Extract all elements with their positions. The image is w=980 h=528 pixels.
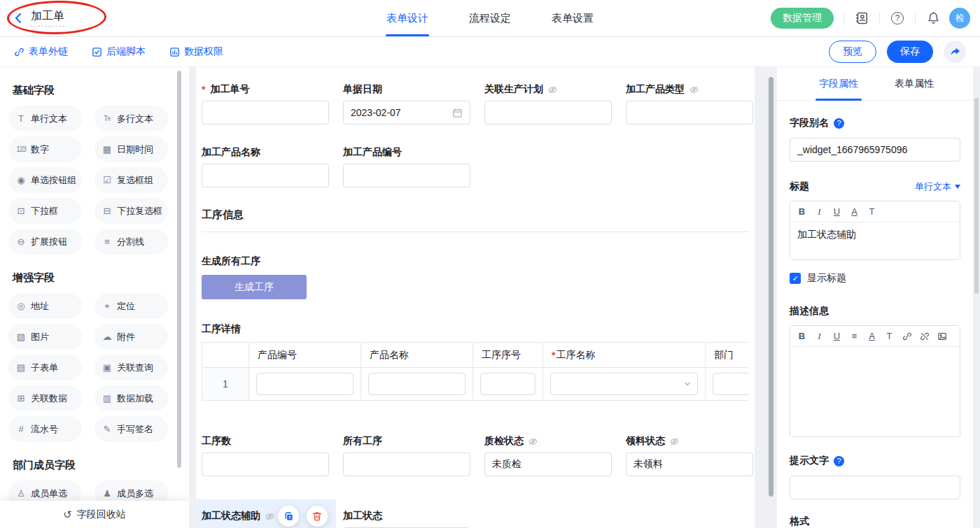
field-type-address[interactable]: ◎地址: [8, 293, 82, 319]
insert-image-icon[interactable]: [933, 327, 951, 345]
share-button[interactable]: [944, 41, 966, 63]
field-qc-status[interactable]: 质检状态 未质检: [484, 434, 612, 476]
field-status[interactable]: 加工状态: [343, 499, 470, 528]
field-type-image[interactable]: ▧图片: [8, 324, 82, 350]
field-material-status[interactable]: 领料状态 未领料: [626, 434, 753, 476]
data-manage-button[interactable]: 数据管理: [771, 8, 834, 29]
generate-steps-button[interactable]: 生成工序: [202, 275, 307, 299]
font-size-icon[interactable]: T: [881, 327, 898, 345]
italic-icon[interactable]: I: [811, 203, 828, 221]
cell-step-name-select[interactable]: [550, 373, 698, 395]
field-status-helper-selected[interactable]: 加工状态辅助: [196, 499, 336, 528]
field-doc-date[interactable]: 单据日期 2023-02-07: [343, 83, 470, 124]
field-type-extend-button[interactable]: ⊖扩展按钮: [8, 229, 82, 255]
preview-button[interactable]: 预览: [829, 41, 876, 63]
field-product-no[interactable]: 加工产品编号: [343, 145, 470, 187]
back-chevron-icon[interactable]: [14, 13, 24, 24]
contacts-book-icon[interactable]: [854, 10, 869, 26]
field-type-checkbox-group[interactable]: ☑复选框组: [94, 167, 168, 193]
font-color-icon[interactable]: A: [846, 203, 863, 221]
italic-icon[interactable]: I: [811, 327, 828, 345]
panel-scrollbar[interactable]: [974, 98, 979, 294]
product-no-input[interactable]: [343, 164, 470, 187]
underline-icon[interactable]: U: [828, 203, 846, 221]
tab-form-settings[interactable]: 表单设置: [552, 0, 594, 36]
field-type-signature[interactable]: ✎手写签名: [94, 416, 168, 442]
sidebar-scrollbar[interactable]: [177, 71, 181, 468]
field-product-type[interactable]: 加工产品类型: [626, 83, 753, 124]
field-product-name[interactable]: 加工产品名称: [202, 145, 329, 187]
field-type-data-load[interactable]: ▥数据加载: [94, 385, 168, 411]
help-question-icon[interactable]: ?: [834, 118, 844, 129]
field-step-count[interactable]: 工序数: [202, 434, 329, 476]
field-type-attachment[interactable]: ☁附件: [94, 324, 168, 350]
delete-field-button[interactable]: [307, 506, 328, 527]
order-no-input[interactable]: [202, 101, 329, 124]
insert-link-icon[interactable]: [898, 327, 916, 345]
field-type-radio-group[interactable]: ◉单选按钮组: [8, 167, 82, 193]
subform-col-product-name: 产品名称: [361, 343, 473, 368]
font-size-icon[interactable]: T: [863, 203, 881, 221]
save-button[interactable]: 保存: [887, 41, 933, 63]
product-name-input[interactable]: [202, 164, 329, 187]
widget-type-dropdown[interactable]: 单行文本: [915, 180, 960, 193]
step-count-input[interactable]: [202, 452, 329, 476]
underline-icon[interactable]: U: [828, 327, 846, 345]
tab-flow-settings[interactable]: 流程设定: [469, 0, 511, 36]
field-type-single-line-text[interactable]: T单行文本: [8, 106, 82, 131]
field-type-number[interactable]: 123数字: [8, 136, 82, 162]
show-title-checkbox-row[interactable]: ✓ 显示标题: [790, 272, 960, 285]
qc-status-input[interactable]: 未质检: [484, 452, 612, 476]
backend-script-button[interactable]: 后端脚本: [92, 45, 146, 58]
checkbox-checked-icon[interactable]: ✓: [790, 273, 801, 284]
field-type-location[interactable]: ⌖定位: [94, 293, 168, 319]
hint-text-input[interactable]: [790, 476, 960, 499]
form-designer-page: 加工单 表单设计 流程设定 表单设置 数据管理: [0, 0, 980, 528]
field-subform-steps[interactable]: 工序详情 产品编号 产品名称 工序序号 *工序名称 部门 1: [196, 322, 755, 401]
help-icon[interactable]: ?: [890, 10, 905, 26]
doc-date-input[interactable]: 2023-02-07: [343, 101, 470, 124]
external-link-button[interactable]: 表单外链: [14, 45, 68, 58]
help-question-icon[interactable]: ?: [834, 456, 844, 466]
product-type-input[interactable]: [626, 101, 753, 124]
field-prod-plan[interactable]: 关联生产计划: [484, 83, 612, 124]
field-type-serial-number[interactable]: #流水号: [8, 416, 82, 442]
field-type-linked-data[interactable]: ⊞关联数据: [8, 385, 82, 411]
bold-icon[interactable]: B: [793, 203, 811, 221]
prod-plan-input[interactable]: [484, 101, 612, 124]
notification-bell-icon[interactable]: [925, 10, 941, 26]
field-type-linked-query[interactable]: ▣关联查询: [94, 355, 168, 380]
user-avatar[interactable]: 检: [949, 8, 970, 29]
data-permission-button[interactable]: 数据权限: [169, 45, 223, 58]
section-process-info[interactable]: 工序信息: [196, 208, 755, 232]
cell-product-no-input[interactable]: [256, 373, 354, 395]
remove-link-icon[interactable]: [916, 327, 933, 345]
field-type-datetime[interactable]: ▦日期时间: [94, 136, 168, 162]
field-type-divider[interactable]: ≡分割线: [94, 229, 168, 255]
field-type-multi-select[interactable]: ⊟下拉复选框: [94, 198, 168, 224]
align-icon[interactable]: ≡: [846, 327, 863, 345]
canvas-scrollbar[interactable]: [769, 77, 774, 497]
tab-form-properties[interactable]: 表单属性: [895, 67, 934, 101]
cell-product-name-input[interactable]: [368, 373, 465, 395]
all-steps-input[interactable]: [343, 452, 470, 476]
tab-form-design[interactable]: 表单设计: [386, 0, 428, 36]
field-alias-input[interactable]: [790, 138, 960, 162]
title-editor-content[interactable]: 加工状态辅助: [790, 222, 960, 259]
bold-icon[interactable]: B: [793, 327, 811, 345]
copy-field-button[interactable]: [278, 506, 299, 527]
cell-step-seq-input[interactable]: [480, 373, 536, 395]
back-group[interactable]: 加工单: [0, 9, 64, 27]
cell-department-input[interactable]: [713, 373, 749, 395]
field-type-subform[interactable]: ▤子表单: [8, 355, 82, 380]
field-type-multi-line-text[interactable]: T≡多行文本: [94, 106, 168, 131]
description-editor-content[interactable]: [790, 347, 960, 436]
material-status-input[interactable]: 未领料: [626, 452, 753, 476]
field-all-steps[interactable]: 所有工序: [343, 434, 470, 476]
tab-field-properties[interactable]: 字段属性: [819, 67, 858, 101]
field-generate-steps[interactable]: 生成所有工序 生成工序: [196, 255, 755, 299]
font-color-icon[interactable]: A: [863, 327, 881, 345]
field-type-select[interactable]: ⊡下拉框: [8, 198, 82, 224]
field-recycle-bin-button[interactable]: ↺ 字段回收站: [0, 501, 189, 528]
field-order-no[interactable]: *加工单号: [202, 83, 329, 124]
